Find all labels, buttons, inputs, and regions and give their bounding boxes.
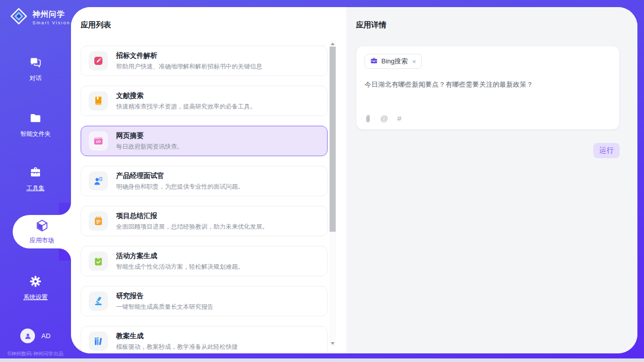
brand-subtitle: Smart Vision [32,20,70,25]
copyright-text: ©神州数码·神州问学出品 [0,350,71,357]
app-card-title: 文献搜索 [116,91,256,100]
app-card-desc: 帮助用户快速、准确地理解和解析招标书中的关键信息 [116,62,262,71]
paperclip-icon[interactable] [365,114,371,123]
user-account[interactable]: AD [0,329,71,343]
person-icon [24,332,32,340]
browser-code-icon [89,131,108,151]
app-card-6[interactable]: 活动方案生成 智能生成个性化活动方案，轻松解决规划难题。 [81,246,328,276]
app-card-desc: 每日政府新闻资讯快查。 [116,142,183,151]
content-card: 应用列表 招标文件解析 帮助用户快速、准确地理解和解析招标书中的关键信息 文献搜… [71,7,637,353]
user-name: AD [41,332,50,340]
briefcase-icon [370,57,378,66]
app-card-4[interactable]: 产品经理面试官 明确身份和职责，为您提供专业性的面试问题。 [81,166,328,196]
app-card-title: 项目总结汇报 [116,211,268,221]
sidebar-item-toolset[interactable]: 工具集 [0,166,71,193]
scrollbar-thumb[interactable] [330,47,336,232]
tab-curve-top [59,203,71,215]
sidebar-item-app-market[interactable]: 应用市场 [13,215,71,248]
prompt-card[interactable]: Bing搜索 × 今日湖北有哪些新闻要点？有哪些需要关注的最新政策？ @ # [356,46,620,130]
app-window: 神州问学 Smart Vision 对话 智能文件夹 工具集 [0,0,644,362]
sidebar-item-chat[interactable]: 对话 [0,56,71,83]
book-icon [89,91,108,111]
tab-curve-bottom [59,248,71,261]
tool-chip-label: Bing搜索 [381,57,408,66]
app-card-desc: 明确身份和职责，为您提供专业性的面试问题。 [116,183,244,191]
app-card-2[interactable]: 文献搜索 快速精准查找学术资源，提高研究效率的必备工具。 [81,86,328,116]
app-card-7[interactable]: 研究报告 一键智能生成高质量长文本研究报告 [81,286,328,316]
sidebar-item-label: 应用市场 [30,236,54,245]
run-button[interactable]: 运行 [593,143,620,158]
bottom-strip [0,358,644,362]
clipboard-check-icon [89,251,108,271]
app-card-title: 网页摘要 [116,131,183,140]
research-icon [89,292,108,311]
detail-title: 应用详情 [356,20,620,30]
chat-icon [29,62,42,70]
app-card-desc: 模板驱动，教案秒成，教学准备从此轻松快捷 [116,343,238,351]
app-detail-panel: 应用详情 Bing搜索 × 今日湖北有哪些新闻要点？有哪些需要关注的最新政策？ … [346,7,637,353]
page-title: 应用列表 [81,20,328,30]
sidebar-item-label: 工具集 [0,184,71,193]
attachment-toolbar: @ # [365,114,402,123]
diamond-logo-icon [9,7,28,28]
app-card-8[interactable]: 教案生成 模板驱动，教案秒成，教学准备从此轻松快捷 [81,326,328,353]
toolbox-icon [29,172,42,180]
app-card-desc: 快速精准查找学术资源，提高研究效率的必备工具。 [116,102,256,111]
sidebar-item-label: 智能文件夹 [0,130,71,138]
hash-icon[interactable]: # [397,115,401,122]
app-card-title: 教案生成 [116,332,238,341]
app-card-title: 招标文件解析 [116,51,262,60]
question-text[interactable]: 今日湖北有哪些新闻要点？有哪些需要关注的最新政策？ [365,80,611,89]
scrollbar[interactable] [329,41,336,346]
edit-square-icon [89,51,108,70]
app-card-title: 产品经理面试官 [116,171,244,180]
avatar [20,329,35,343]
app-card-5[interactable]: 项目总结汇报 全面回顾项目进展，总结经验教训，助力未来优化发展。 [81,206,328,236]
app-card-desc: 一键智能生成高质量长文本研究报告 [116,303,213,311]
app-card-3[interactable]: 网页摘要 每日政府新闻资讯快查。 [81,126,328,156]
brand-logo: 神州问学 Smart Vision [9,7,70,28]
cube-icon [35,219,49,235]
app-card-desc: 智能生成个性化活动方案，轻松解决规划难题。 [116,263,244,271]
at-icon[interactable]: @ [380,115,388,122]
folder-icon [29,118,42,126]
gear-icon [29,281,42,289]
scroll-down-icon[interactable] [329,340,336,346]
close-icon[interactable]: × [412,58,416,65]
tool-chip-bing-search[interactable]: Bing搜索 × [365,54,422,69]
scroll-up-icon[interactable] [329,41,336,47]
books-icon [89,332,108,351]
sidebar: 神州问学 Smart Vision 对话 智能文件夹 工具集 [0,0,71,362]
interview-icon [89,171,108,191]
notepad-icon [89,211,108,231]
sidebar-item-label: 系统设置 [0,293,71,302]
app-card-title: 研究报告 [116,292,213,301]
app-card-1[interactable]: 招标文件解析 帮助用户快速、准确地理解和解析招标书中的关键信息 [81,46,328,76]
app-list: 招标文件解析 帮助用户快速、准确地理解和解析招标书中的关键信息 文献搜索 快速精… [81,46,328,353]
sidebar-item-settings[interactable]: 系统设置 [0,275,71,302]
brand-name: 神州问学 [32,10,65,18]
app-card-desc: 全面回顾项目进展，总结经验教训，助力未来优化发展。 [116,223,268,231]
sidebar-item-smart-folder[interactable]: 智能文件夹 [0,112,71,138]
app-list-panel: 应用列表 招标文件解析 帮助用户快速、准确地理解和解析招标书中的关键信息 文献搜… [71,7,346,353]
app-card-title: 活动方案生成 [116,251,244,261]
sidebar-item-label: 对话 [0,74,71,83]
